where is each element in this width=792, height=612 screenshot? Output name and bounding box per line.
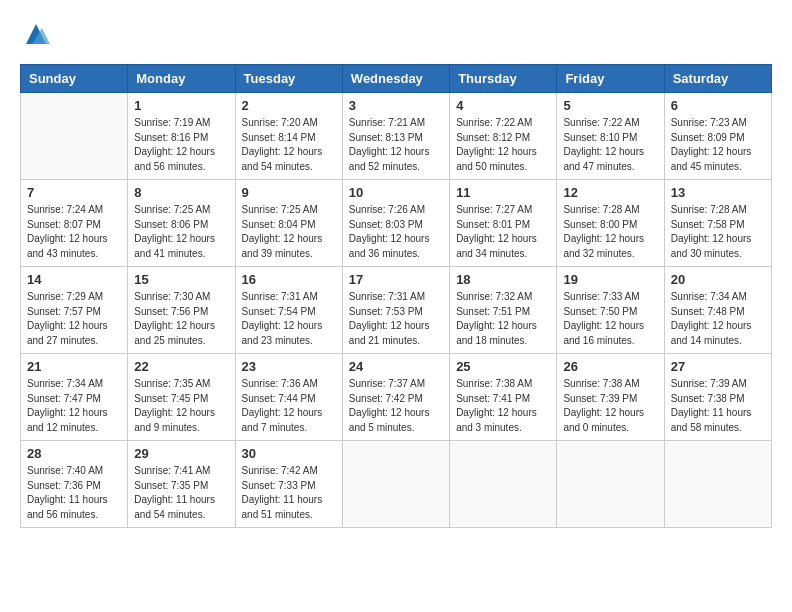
day-number: 12 — [563, 185, 657, 200]
calendar-cell — [557, 441, 664, 528]
day-info: Sunrise: 7:21 AM Sunset: 8:13 PM Dayligh… — [349, 116, 443, 174]
day-info: Sunrise: 7:35 AM Sunset: 7:45 PM Dayligh… — [134, 377, 228, 435]
calendar-cell — [342, 441, 449, 528]
day-info: Sunrise: 7:30 AM Sunset: 7:56 PM Dayligh… — [134, 290, 228, 348]
day-number: 2 — [242, 98, 336, 113]
calendar-cell: 13Sunrise: 7:28 AM Sunset: 7:58 PM Dayli… — [664, 180, 771, 267]
day-info: Sunrise: 7:37 AM Sunset: 7:42 PM Dayligh… — [349, 377, 443, 435]
day-info: Sunrise: 7:38 AM Sunset: 7:41 PM Dayligh… — [456, 377, 550, 435]
day-info: Sunrise: 7:38 AM Sunset: 7:39 PM Dayligh… — [563, 377, 657, 435]
day-info: Sunrise: 7:27 AM Sunset: 8:01 PM Dayligh… — [456, 203, 550, 261]
day-number: 16 — [242, 272, 336, 287]
day-info: Sunrise: 7:20 AM Sunset: 8:14 PM Dayligh… — [242, 116, 336, 174]
day-info: Sunrise: 7:24 AM Sunset: 8:07 PM Dayligh… — [27, 203, 121, 261]
calendar-cell: 24Sunrise: 7:37 AM Sunset: 7:42 PM Dayli… — [342, 354, 449, 441]
day-info: Sunrise: 7:22 AM Sunset: 8:10 PM Dayligh… — [563, 116, 657, 174]
day-number: 6 — [671, 98, 765, 113]
calendar-cell: 10Sunrise: 7:26 AM Sunset: 8:03 PM Dayli… — [342, 180, 449, 267]
day-info: Sunrise: 7:25 AM Sunset: 8:06 PM Dayligh… — [134, 203, 228, 261]
calendar-cell: 4Sunrise: 7:22 AM Sunset: 8:12 PM Daylig… — [450, 93, 557, 180]
calendar-week-row: 21Sunrise: 7:34 AM Sunset: 7:47 PM Dayli… — [21, 354, 772, 441]
calendar-week-row: 1Sunrise: 7:19 AM Sunset: 8:16 PM Daylig… — [21, 93, 772, 180]
day-number: 1 — [134, 98, 228, 113]
day-info: Sunrise: 7:42 AM Sunset: 7:33 PM Dayligh… — [242, 464, 336, 522]
day-number: 5 — [563, 98, 657, 113]
day-info: Sunrise: 7:36 AM Sunset: 7:44 PM Dayligh… — [242, 377, 336, 435]
calendar-cell: 26Sunrise: 7:38 AM Sunset: 7:39 PM Dayli… — [557, 354, 664, 441]
calendar-cell: 11Sunrise: 7:27 AM Sunset: 8:01 PM Dayli… — [450, 180, 557, 267]
day-info: Sunrise: 7:39 AM Sunset: 7:38 PM Dayligh… — [671, 377, 765, 435]
calendar-week-row: 14Sunrise: 7:29 AM Sunset: 7:57 PM Dayli… — [21, 267, 772, 354]
col-header-monday: Monday — [128, 65, 235, 93]
day-number: 23 — [242, 359, 336, 374]
logo — [20, 20, 50, 48]
day-info: Sunrise: 7:29 AM Sunset: 7:57 PM Dayligh… — [27, 290, 121, 348]
day-number: 10 — [349, 185, 443, 200]
calendar-cell: 2Sunrise: 7:20 AM Sunset: 8:14 PM Daylig… — [235, 93, 342, 180]
day-number: 9 — [242, 185, 336, 200]
day-number: 14 — [27, 272, 121, 287]
col-header-thursday: Thursday — [450, 65, 557, 93]
logo-icon — [22, 20, 50, 48]
day-number: 4 — [456, 98, 550, 113]
day-info: Sunrise: 7:41 AM Sunset: 7:35 PM Dayligh… — [134, 464, 228, 522]
day-number: 25 — [456, 359, 550, 374]
day-info: Sunrise: 7:19 AM Sunset: 8:16 PM Dayligh… — [134, 116, 228, 174]
day-info: Sunrise: 7:40 AM Sunset: 7:36 PM Dayligh… — [27, 464, 121, 522]
day-number: 3 — [349, 98, 443, 113]
day-number: 30 — [242, 446, 336, 461]
col-header-saturday: Saturday — [664, 65, 771, 93]
day-info: Sunrise: 7:28 AM Sunset: 7:58 PM Dayligh… — [671, 203, 765, 261]
calendar-cell — [450, 441, 557, 528]
calendar-cell: 29Sunrise: 7:41 AM Sunset: 7:35 PM Dayli… — [128, 441, 235, 528]
calendar-cell: 3Sunrise: 7:21 AM Sunset: 8:13 PM Daylig… — [342, 93, 449, 180]
day-info: Sunrise: 7:26 AM Sunset: 8:03 PM Dayligh… — [349, 203, 443, 261]
col-header-tuesday: Tuesday — [235, 65, 342, 93]
calendar-cell: 19Sunrise: 7:33 AM Sunset: 7:50 PM Dayli… — [557, 267, 664, 354]
calendar-cell: 22Sunrise: 7:35 AM Sunset: 7:45 PM Dayli… — [128, 354, 235, 441]
calendar-cell: 25Sunrise: 7:38 AM Sunset: 7:41 PM Dayli… — [450, 354, 557, 441]
calendar-week-row: 28Sunrise: 7:40 AM Sunset: 7:36 PM Dayli… — [21, 441, 772, 528]
calendar-cell: 9Sunrise: 7:25 AM Sunset: 8:04 PM Daylig… — [235, 180, 342, 267]
day-number: 21 — [27, 359, 121, 374]
col-header-wednesday: Wednesday — [342, 65, 449, 93]
day-info: Sunrise: 7:25 AM Sunset: 8:04 PM Dayligh… — [242, 203, 336, 261]
day-number: 26 — [563, 359, 657, 374]
day-number: 8 — [134, 185, 228, 200]
day-number: 29 — [134, 446, 228, 461]
day-number: 18 — [456, 272, 550, 287]
day-info: Sunrise: 7:28 AM Sunset: 8:00 PM Dayligh… — [563, 203, 657, 261]
col-header-sunday: Sunday — [21, 65, 128, 93]
col-header-friday: Friday — [557, 65, 664, 93]
calendar-cell: 27Sunrise: 7:39 AM Sunset: 7:38 PM Dayli… — [664, 354, 771, 441]
day-info: Sunrise: 7:31 AM Sunset: 7:54 PM Dayligh… — [242, 290, 336, 348]
calendar-cell: 16Sunrise: 7:31 AM Sunset: 7:54 PM Dayli… — [235, 267, 342, 354]
calendar-cell: 23Sunrise: 7:36 AM Sunset: 7:44 PM Dayli… — [235, 354, 342, 441]
calendar-cell — [664, 441, 771, 528]
calendar-cell: 1Sunrise: 7:19 AM Sunset: 8:16 PM Daylig… — [128, 93, 235, 180]
calendar-cell: 8Sunrise: 7:25 AM Sunset: 8:06 PM Daylig… — [128, 180, 235, 267]
calendar-cell: 5Sunrise: 7:22 AM Sunset: 8:10 PM Daylig… — [557, 93, 664, 180]
calendar-cell: 12Sunrise: 7:28 AM Sunset: 8:00 PM Dayli… — [557, 180, 664, 267]
day-info: Sunrise: 7:31 AM Sunset: 7:53 PM Dayligh… — [349, 290, 443, 348]
day-number: 20 — [671, 272, 765, 287]
calendar-cell — [21, 93, 128, 180]
calendar-header-row: SundayMondayTuesdayWednesdayThursdayFrid… — [21, 65, 772, 93]
day-info: Sunrise: 7:22 AM Sunset: 8:12 PM Dayligh… — [456, 116, 550, 174]
day-number: 27 — [671, 359, 765, 374]
day-number: 13 — [671, 185, 765, 200]
day-info: Sunrise: 7:23 AM Sunset: 8:09 PM Dayligh… — [671, 116, 765, 174]
day-number: 17 — [349, 272, 443, 287]
day-number: 11 — [456, 185, 550, 200]
day-info: Sunrise: 7:34 AM Sunset: 7:48 PM Dayligh… — [671, 290, 765, 348]
calendar-week-row: 7Sunrise: 7:24 AM Sunset: 8:07 PM Daylig… — [21, 180, 772, 267]
day-info: Sunrise: 7:33 AM Sunset: 7:50 PM Dayligh… — [563, 290, 657, 348]
calendar-cell: 14Sunrise: 7:29 AM Sunset: 7:57 PM Dayli… — [21, 267, 128, 354]
day-info: Sunrise: 7:34 AM Sunset: 7:47 PM Dayligh… — [27, 377, 121, 435]
calendar-cell: 18Sunrise: 7:32 AM Sunset: 7:51 PM Dayli… — [450, 267, 557, 354]
calendar-cell: 15Sunrise: 7:30 AM Sunset: 7:56 PM Dayli… — [128, 267, 235, 354]
day-number: 7 — [27, 185, 121, 200]
day-number: 22 — [134, 359, 228, 374]
day-number: 15 — [134, 272, 228, 287]
day-number: 19 — [563, 272, 657, 287]
